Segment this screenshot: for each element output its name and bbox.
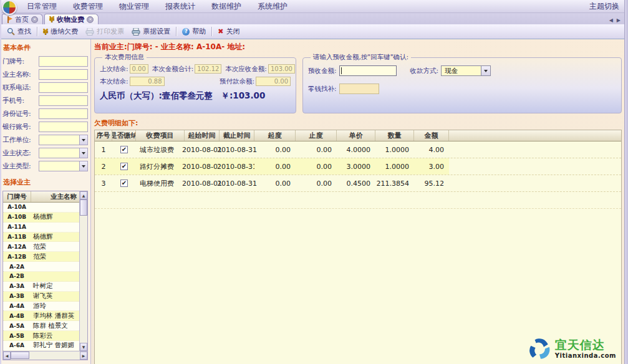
col-header-from[interactable]: 起度 [254, 130, 296, 141]
arrears-row[interactable]: 3 电梯使用费 2010-08-01 2010-08-31 0.00 0.00 … [95, 175, 621, 192]
menu-data[interactable]: 数据维护 [203, 1, 249, 12]
owner-door-no: A-11B [3, 234, 31, 240]
scroll-up-icon[interactable] [80, 191, 87, 199]
basic-conditions-title: 基本条件 [3, 43, 88, 52]
door-no-column-header[interactable]: 门牌号 [3, 191, 31, 202]
menu-property[interactable]: 物业管理 [111, 1, 157, 12]
tab-collect-fee-close-icon[interactable] [87, 16, 94, 23]
owner-row[interactable]: A-6A郭礼宁 曾媚媚 [3, 341, 79, 351]
phone-input[interactable] [39, 82, 88, 93]
owner-row[interactable]: A-10A [3, 203, 79, 213]
owner-door-no: A-3A [3, 283, 31, 289]
money-icon [43, 28, 48, 36]
owner-row[interactable]: A-5A陈群 植景文 [3, 321, 79, 331]
chevron-down-icon[interactable] [79, 135, 87, 145]
bank-account-input[interactable] [39, 122, 88, 132]
tab-scroll-left-icon[interactable] [609, 18, 613, 23]
owner-row[interactable]: A-12B范荣 [3, 252, 79, 262]
owner-name: 游玲 [31, 302, 79, 310]
menu-bar: 日常管理 收费管理 物业管理 报表统计 数据维护 系统维护 主题切换 [0, 0, 628, 13]
col-header-end[interactable]: 截止时间 [220, 130, 254, 141]
owner-row[interactable]: A-12A范荣 [3, 242, 79, 252]
chevron-down-icon[interactable] [79, 148, 87, 158]
door-no-input[interactable] [39, 56, 88, 67]
owner-status-select[interactable] [39, 148, 88, 158]
owner-name-input[interactable] [39, 69, 88, 80]
col-header-to[interactable]: 止度 [296, 130, 337, 141]
fee-info-title: 本次费用信息 [102, 53, 147, 62]
col-header-start[interactable]: 起始时间 [185, 130, 220, 141]
menu-daily[interactable]: 日常管理 [19, 1, 65, 12]
help-button[interactable]: 帮助 [178, 26, 210, 37]
menu-system[interactable]: 系统维护 [249, 1, 296, 12]
work-unit-select[interactable] [39, 135, 88, 145]
menu-charge[interactable]: 收费管理 [65, 1, 111, 12]
owner-row[interactable]: A-2B [3, 272, 79, 282]
owner-row[interactable]: A-11B杨德辉 [3, 232, 79, 242]
col-header-paid[interactable]: 是否缴纳 [112, 130, 136, 141]
prev-balance-value: 0.00 [130, 64, 148, 74]
owner-row[interactable]: A-2A [3, 262, 79, 272]
owner-row[interactable]: A-3A叶树定 [3, 282, 79, 292]
prev-balance-label: 上次结余: [100, 65, 128, 74]
cell-end: 2010-08-31 [220, 141, 254, 158]
tab-home-close-icon[interactable] [31, 16, 38, 23]
arrears-row[interactable]: 1 城市垃圾费 2010-08-01 2010-08-31 0.00 0.00 … [95, 141, 621, 158]
tab-collect-fee[interactable]: 收物业费 [44, 14, 99, 24]
owner-row[interactable]: A-4A游玲 [3, 302, 79, 312]
due-amount-value: 103.00 [268, 64, 295, 74]
paid-checkbox[interactable] [120, 180, 128, 187]
owner-door-no: A-5B [3, 333, 31, 339]
col-header-qty[interactable]: 数量 [375, 130, 414, 141]
payment-method-value: 现金 [441, 65, 481, 76]
owner-row[interactable]: A-11A [3, 223, 79, 232]
chevron-down-icon[interactable] [79, 161, 87, 171]
sidebar: 基本条件 门牌号: 业主名称: 联系电话: 手机号: 身份证号: 银行账号: 工… [0, 39, 91, 364]
owner-row[interactable]: A-5B陈彩云 [3, 331, 79, 341]
owner-list-horizontal-scrollbar[interactable] [3, 351, 87, 360]
due-amount-label: 本次应收金额: [225, 65, 267, 74]
menu-report[interactable]: 报表统计 [157, 1, 203, 12]
cur-balance-value: 0.88 [130, 77, 165, 86]
idcard-input[interactable] [39, 108, 88, 119]
cell-start: 2010-08-01 [185, 158, 220, 175]
owner-list-vertical-scrollbar[interactable] [79, 191, 87, 351]
col-header-item[interactable]: 收费项目 [136, 130, 185, 141]
owner-type-select[interactable] [39, 161, 88, 171]
scroll-left-icon[interactable] [3, 352, 11, 360]
col-header-price[interactable]: 单价 [337, 130, 375, 141]
find-button[interactable]: 查找 [3, 26, 35, 37]
scrollbar-thumb[interactable] [80, 199, 87, 216]
cell-item: 电梯使用费 [136, 175, 185, 191]
prepay-groupbox: 请输入预收金额,按"回车键"确认: 预收金额: 收款方式: 现金 零钱找补: [302, 53, 622, 113]
change-input[interactable] [339, 84, 379, 94]
receipt-settings-button[interactable]: 票据设置 [128, 26, 174, 37]
chevron-down-icon[interactable] [481, 65, 491, 76]
owner-name: 李均林 潘群英 [31, 312, 79, 320]
scrollbar-thumb[interactable] [11, 352, 29, 359]
tab-home[interactable]: 首页 [2, 14, 43, 24]
idcard-label: 身份证号: [2, 109, 39, 118]
scroll-right-icon[interactable] [80, 352, 87, 360]
mobile-input[interactable] [39, 95, 88, 106]
arrears-row[interactable]: 2 路灯分摊费 2010-08-01 2010-08-31 0.00 0.00 … [95, 158, 621, 175]
print-invoice-button[interactable]: 打印发票 [82, 26, 128, 37]
col-header-seq[interactable]: 序号 [95, 130, 112, 141]
close-button[interactable]: 关闭 [214, 26, 243, 37]
owner-row[interactable]: A-3B谢飞英 [3, 292, 79, 302]
payment-method-select[interactable]: 现金 [441, 65, 491, 76]
owner-row[interactable]: A-4B李均林 潘群英 [3, 311, 79, 321]
prepay-amount-input[interactable] [339, 65, 397, 76]
owner-row[interactable]: A-10B杨德辉 [3, 213, 79, 223]
work-unit-label: 工作单位: [2, 135, 39, 145]
col-header-amount[interactable]: 金额 [414, 130, 449, 141]
owner-name-column-header[interactable]: 业主名称 [31, 191, 79, 202]
owner-door-no: A-4A [3, 303, 31, 309]
cell-amount: 95.12 [414, 175, 449, 191]
paid-checkbox[interactable] [120, 163, 128, 170]
scroll-down-icon[interactable] [80, 343, 87, 351]
theme-switch-button[interactable]: 主题切换 [589, 1, 628, 12]
paid-checkbox[interactable] [120, 146, 128, 153]
pay-arrears-button[interactable]: 缴纳欠费 [39, 26, 82, 37]
tab-scroll-right-icon[interactable] [617, 18, 621, 23]
